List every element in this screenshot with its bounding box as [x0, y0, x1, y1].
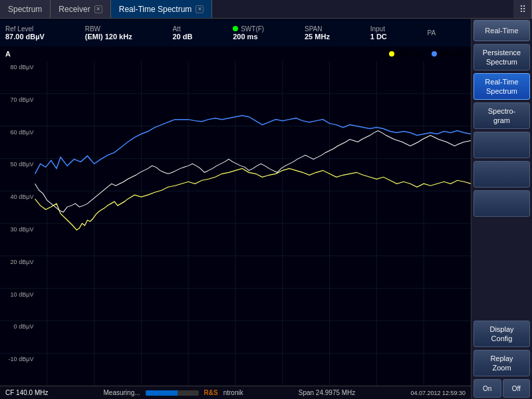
ref-level-value: 87.00 dBµV	[5, 33, 74, 41]
svg-text:50 dBµV: 50 dBµV	[11, 161, 34, 168]
info-bar: Ref Level 87.00 dBµV RBW (EMI) 120 kHz A…	[0, 19, 471, 47]
status-cf: CF 140.0 MHz	[5, 389, 48, 396]
svg-text:70 dBµV: 70 dBµV	[11, 96, 34, 103]
tab-spectrum-label: Spectrum	[8, 5, 42, 14]
replay-zoom-label: ReplayZoom	[490, 354, 513, 373]
status-span: Span 24.9975 MHz	[299, 389, 356, 396]
spectrum-area: Ref Level 87.00 dBµV RBW (EMI) 120 kHz A…	[0, 19, 471, 399]
rbw-label: RBW	[85, 25, 162, 33]
legend-label-2pk: 2Pk Max	[440, 51, 466, 58]
svg-text:-10 dBµV: -10 dBµV	[8, 356, 33, 362]
tab-receiver[interactable]: Receiver ×	[51, 0, 110, 18]
swt-info: SWT(F) 200 ms	[233, 25, 294, 41]
realtime-top-label: Real-Time	[485, 27, 518, 35]
sidebar-spacer	[471, 218, 532, 319]
span-info: SPAN 25 MHz	[305, 25, 360, 41]
att-label: Att	[172, 25, 222, 33]
input-info: Input 1 DC	[370, 25, 417, 41]
realtime-spectrum-button[interactable]: Real-TimeSpectrum	[473, 73, 530, 100]
input-value: 1 DC	[370, 33, 417, 41]
tab-bar: Spectrum Receiver × Real-Time Spectrum ×…	[0, 0, 532, 19]
input-label: Input	[370, 25, 417, 33]
replay-zoom-on-button[interactable]: On	[473, 379, 501, 398]
realtime-top-button[interactable]: Real-Time	[473, 20, 530, 41]
status-center: Measuring... R&S ntronik	[104, 389, 243, 396]
tab-receiver-label: Receiver	[59, 5, 90, 14]
ref-level-info: Ref Level 87.00 dBµV	[5, 25, 74, 41]
tab-realtime-close[interactable]: ×	[196, 5, 203, 13]
tab-realtime[interactable]: Real-Time Spectrum ×	[111, 0, 213, 18]
rbw-value: (EMI) 120 kHz	[85, 33, 162, 41]
progress-fill	[146, 390, 178, 396]
main-container: Ref Level 87.00 dBµV RBW (EMI) 120 kHz A…	[0, 19, 532, 399]
svg-text:30 dBµV: 30 dBµV	[11, 226, 34, 233]
legend-dot-1pk	[389, 51, 394, 57]
realtime-spectrum-label: Real-TimeSpectrum	[485, 77, 518, 96]
sidebar-empty-btn-3[interactable]	[473, 190, 530, 217]
legend-item-1pk: 1Pk Clrw	[389, 51, 424, 58]
tab-menu-button[interactable]: ⠿	[513, 0, 532, 18]
display-config-label: DisplayConfig	[489, 325, 513, 344]
persistence-spectrum-button[interactable]: PersistenceSpectrum	[473, 44, 530, 70]
span-label: SPAN	[305, 25, 360, 33]
brand-suffix: ntronik	[223, 389, 243, 396]
chart-container: A 1Pk Clrw 2Pk Max	[0, 47, 471, 386]
progress-bar	[146, 390, 199, 396]
svg-text:20 dBµV: 20 dBµV	[11, 259, 34, 265]
off-label: Off	[512, 385, 521, 392]
tab-receiver-close[interactable]: ×	[94, 5, 102, 13]
svg-text:0 dBµV: 0 dBµV	[14, 323, 34, 330]
sidebar-empty-btn-1[interactable]	[473, 132, 530, 158]
rbw-info: RBW (EMI) 120 kHz	[85, 25, 162, 41]
status-bar: CF 140.0 MHz Measuring... R&S ntronik Sp…	[0, 386, 471, 399]
chart-svg-wrapper[interactable]: 80 dBµV 70 dBµV 60 dBµV 50 dBµV 40 dBµV …	[0, 61, 471, 386]
spectrogram-button[interactable]: Spectro-gram	[473, 102, 530, 129]
brand-badge: R&S	[204, 389, 218, 396]
svg-text:60 dBµV: 60 dBµV	[11, 129, 34, 136]
status-measuring: Measuring...	[104, 389, 140, 396]
tab-realtime-label: Real-Time Spectrum	[119, 5, 192, 14]
swt-label: SWT(F)	[233, 25, 294, 33]
replay-zoom-button[interactable]: ReplayZoom	[473, 350, 530, 376]
legend-dot-2pk	[432, 51, 437, 57]
on-label: On	[483, 385, 491, 392]
span-value: 25 MHz	[305, 33, 360, 41]
spectrogram-label: Spectro-gram	[488, 106, 516, 126]
replay-zoom-toggle-row: On Off	[473, 379, 530, 398]
chart-header: A 1Pk Clrw 2Pk Max	[0, 47, 471, 61]
persistence-spectrum-label: PersistenceSpectrum	[483, 48, 521, 67]
display-config-button[interactable]: DisplayConfig	[473, 321, 530, 347]
spectrum-chart[interactable]: 80 dBµV 70 dBµV 60 dBµV 50 dBµV 40 dBµV …	[0, 61, 471, 386]
att-info: Att 20 dB	[172, 25, 222, 41]
pa-label: PA	[428, 29, 466, 37]
ref-level-label: Ref Level	[5, 25, 74, 33]
tab-spectrum[interactable]: Spectrum	[0, 0, 51, 18]
svg-text:80 dBµV: 80 dBµV	[11, 64, 34, 70]
channel-label: A	[5, 50, 11, 58]
green-indicator	[233, 26, 238, 31]
svg-text:40 dBµV: 40 dBµV	[11, 194, 34, 200]
legend-label-1pk: 1Pk Clrw	[397, 51, 424, 58]
legend-item-2pk: 2Pk Max	[432, 51, 466, 58]
swt-value: 200 ms	[233, 33, 294, 41]
pa-info: PA	[428, 29, 466, 37]
chart-legend: 1Pk Clrw 2Pk Max	[389, 51, 466, 58]
replay-zoom-off-button[interactable]: Off	[503, 379, 531, 398]
status-datetime: 04.07.2012 12:59:30	[410, 390, 466, 396]
sidebar: Real-Time PersistenceSpectrum Real-TimeS…	[471, 19, 532, 399]
svg-text:10 dBµV: 10 dBµV	[11, 291, 34, 298]
sidebar-empty-btn-2[interactable]	[473, 161, 530, 188]
att-value: 20 dB	[172, 33, 222, 41]
